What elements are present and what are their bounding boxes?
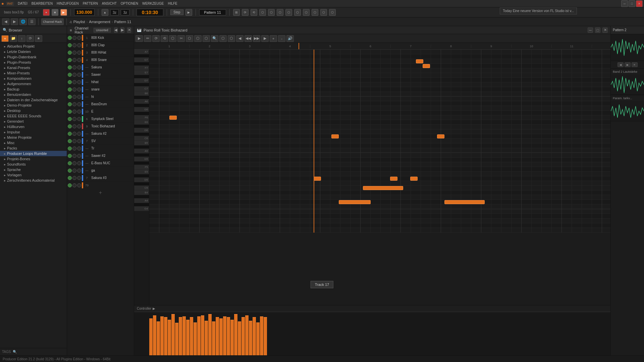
grid-cell-23-42[interactable] <box>572 158 582 162</box>
grid-cell-18-27[interactable] <box>421 134 431 139</box>
grid-cell-10-31[interactable] <box>461 97 471 101</box>
channel-row-11[interactable]: 6 Synpluck Steel <box>67 115 134 123</box>
grid-cell-22-6[interactable] <box>210 153 220 158</box>
grid-cell-24-17[interactable] <box>320 162 330 167</box>
sidebar-item-12[interactable]: ▸ Desktop <box>0 108 67 113</box>
grid-cell-11-26[interactable] <box>411 101 421 106</box>
grid-cell-7-32[interactable] <box>471 82 481 87</box>
grid-cell-1-31[interactable] <box>461 54 471 59</box>
grid-cell-6-14[interactable] <box>290 78 300 82</box>
time-sig-up[interactable]: ▲ <box>102 9 108 16</box>
grid-cell-13-4[interactable] <box>190 111 200 115</box>
pr-btn-vol[interactable]: 🔊 <box>286 35 294 42</box>
grid-cell-27-21[interactable] <box>361 176 371 181</box>
grid-cell-7-37[interactable] <box>522 82 532 87</box>
grid-cell-9-10[interactable] <box>250 92 260 97</box>
grid-cell-27-14[interactable] <box>290 176 300 181</box>
grid-cell-38-31[interactable] <box>461 228 471 233</box>
grid-cell-1-13[interactable] <box>280 54 290 59</box>
grid-cell-30-32[interactable] <box>471 190 481 195</box>
channel-sort-btn[interactable]: Unsorted <box>94 28 111 33</box>
grid-cell-10-2[interactable] <box>169 97 179 101</box>
grid-cell-36-18[interactable] <box>330 219 340 223</box>
grid-cell-13-39[interactable] <box>542 111 552 115</box>
grid-cell-7-12[interactable] <box>270 82 280 87</box>
grid-cell-37-5[interactable] <box>200 223 210 228</box>
grid-cell-32-5[interactable] <box>200 200 210 204</box>
ch-btn-a-3[interactable] <box>72 58 76 62</box>
grid-cell-0-3[interactable] <box>179 50 190 54</box>
grid-cell-25-23[interactable] <box>381 167 391 172</box>
grid-cell-24-44[interactable] <box>592 162 602 167</box>
grid-cell-0-14[interactable] <box>290 50 300 54</box>
grid-cell-7-41[interactable] <box>562 82 572 87</box>
grid-cell-36-44[interactable] <box>592 219 602 223</box>
channel-row-0[interactable]: 1 808 Kick <box>67 34 134 42</box>
grid-cell-18-34[interactable] <box>491 134 501 139</box>
piano-key-D#7[interactable] <box>134 75 149 78</box>
channel-row-18[interactable]: — ga <box>67 167 134 174</box>
grid-cell-15-13[interactable] <box>280 120 290 125</box>
grid-cell-37-22[interactable] <box>371 223 381 228</box>
grid-cell-1-22[interactable] <box>371 54 381 59</box>
grid-cell-27-27[interactable] <box>421 176 431 181</box>
grid-cell-12-3[interactable] <box>179 106 190 111</box>
grid-cell-11-40[interactable] <box>552 101 562 106</box>
grid-cell-29-27[interactable] <box>421 186 431 190</box>
grid-cell-23-1[interactable] <box>159 158 169 162</box>
grid-cell-25-22[interactable] <box>371 167 381 172</box>
grid-row-B6[interactable] <box>149 97 610 101</box>
grid-cell-12-18[interactable] <box>330 106 340 111</box>
grid-cell-5-43[interactable] <box>582 73 592 78</box>
grid-cell-29-34[interactable] <box>491 186 501 190</box>
grid-cell-3-32[interactable] <box>471 64 481 68</box>
grid-cell-20-11[interactable] <box>260 143 270 148</box>
browser-fwd[interactable]: ▶ <box>11 18 18 25</box>
grid-cell-13-38[interactable] <box>532 111 542 115</box>
ch-btn-a-11[interactable] <box>72 117 76 121</box>
grid-cell-20-20[interactable] <box>351 143 361 148</box>
grid-cell-14-8[interactable] <box>230 115 240 120</box>
grid-cell-30-39[interactable] <box>542 190 552 195</box>
grid-cell-2-11[interactable] <box>260 59 270 64</box>
grid-cell-20-23[interactable] <box>381 143 391 148</box>
grid-cell-30-9[interactable] <box>240 190 250 195</box>
grid-cell-14-41[interactable] <box>562 115 572 120</box>
grid-cell-16-42[interactable] <box>572 125 582 129</box>
grid-cell-19-16[interactable] <box>310 139 320 143</box>
vel-bar-10[interactable] <box>186 320 190 355</box>
grid-cell-36-35[interactable] <box>501 219 512 223</box>
grid-cell-35-29[interactable] <box>441 214 451 219</box>
grid-cell-19-31[interactable] <box>461 139 471 143</box>
grid-cell-30-23[interactable] <box>381 190 391 195</box>
grid-cell-29-0[interactable] <box>149 186 159 190</box>
grid-cell-30-7[interactable] <box>220 190 230 195</box>
ch-btn-a-0[interactable] <box>72 36 76 40</box>
grid-cell-13-3[interactable] <box>179 111 190 115</box>
grid-cell-37-38[interactable] <box>532 223 542 228</box>
grid-cell-0-12[interactable] <box>270 50 280 54</box>
grid-cell-19-28[interactable] <box>431 139 441 143</box>
grid-cell-34-14[interactable] <box>290 209 300 214</box>
grid-cell-16-9[interactable] <box>240 125 250 129</box>
ch-green-18[interactable] <box>68 169 72 173</box>
grid-cell-14-10[interactable] <box>250 115 260 120</box>
grid-cell-2-6[interactable] <box>210 59 220 64</box>
grid-cell-25-1[interactable] <box>159 167 169 172</box>
grid-cell-34-8[interactable] <box>230 209 240 214</box>
grid-cell-6-41[interactable] <box>562 78 572 82</box>
piano-key-G5[interactable]: G5 <box>134 157 149 162</box>
grid-cell-12-27[interactable] <box>421 106 431 111</box>
grid-cell-17-45[interactable] <box>602 129 610 134</box>
pattern-tool-9[interactable]: ⬡ <box>303 9 310 16</box>
grid-cell-19-41[interactable] <box>562 139 572 143</box>
grid-cell-18-35[interactable] <box>501 134 512 139</box>
grid-cell-24-13[interactable] <box>280 162 290 167</box>
grid-cell-16-3[interactable] <box>179 125 190 129</box>
piano-key-F#6[interactable] <box>134 112 149 115</box>
grid-cell-1-16[interactable] <box>310 54 320 59</box>
grid-cell-0-19[interactable] <box>340 50 351 54</box>
grid-cell-36-8[interactable] <box>230 219 240 223</box>
grid-cell-23-14[interactable] <box>290 158 300 162</box>
grid-cell-7-25[interactable] <box>401 82 411 87</box>
